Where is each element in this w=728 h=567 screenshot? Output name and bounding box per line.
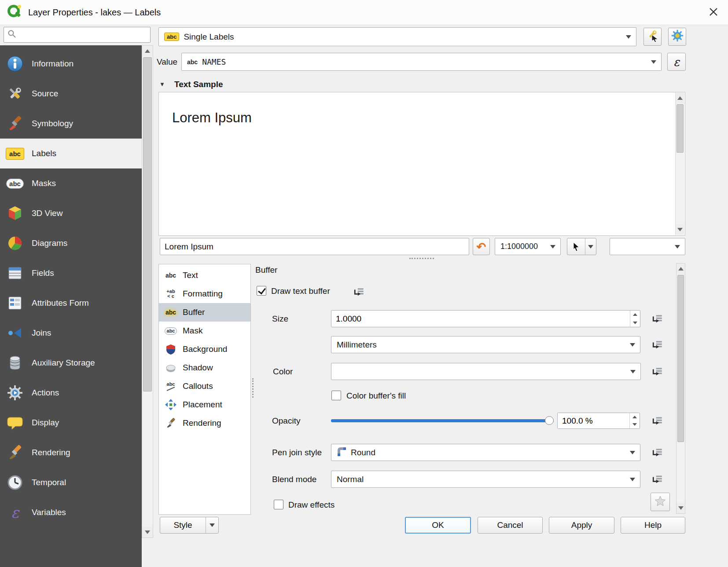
- size-spinbox[interactable]: [331, 310, 640, 327]
- preview-text: Lorem Ipsum: [172, 110, 252, 126]
- buffer-color-button[interactable]: [331, 363, 641, 380]
- buffer-panel-scrollbar[interactable]: [676, 263, 685, 514]
- value-field-combo[interactable]: abc NAMES: [181, 53, 662, 71]
- tab-placement[interactable]: Placement: [159, 395, 250, 414]
- size-label: Size: [272, 315, 288, 324]
- tab-label: Shadow: [183, 363, 213, 373]
- reset-sample-button[interactable]: ↶: [473, 238, 490, 255]
- star-icon: [654, 495, 666, 509]
- cancel-button[interactable]: Cancel: [478, 517, 543, 534]
- spin-up-button[interactable]: [630, 311, 640, 319]
- preview-scale-combo[interactable]: 1:1000000: [495, 238, 561, 255]
- sidebar-item-masks[interactable]: abc Masks: [0, 168, 142, 198]
- tab-background[interactable]: Background: [159, 340, 250, 358]
- pen-join-icon: [337, 446, 346, 458]
- text-abc-icon: abc: [163, 268, 178, 282]
- opacity-input[interactable]: [558, 413, 629, 428]
- apply-button[interactable]: Apply: [549, 517, 614, 534]
- sidebar-item-label: Joins: [32, 328, 51, 338]
- chevron-down-icon: [626, 35, 631, 39]
- size-input[interactable]: [331, 311, 629, 327]
- scrollbar-thumb[interactable]: [677, 275, 684, 442]
- opacity-slider[interactable]: [331, 416, 554, 425]
- ok-button[interactable]: OK: [405, 517, 471, 534]
- callout-icon: abc: [163, 379, 178, 393]
- tab-rendering[interactable]: Rendering: [159, 414, 250, 432]
- tab-mask[interactable]: abc Mask: [159, 322, 250, 340]
- scroll-up-arrow[interactable]: [677, 263, 685, 274]
- tab-buffer[interactable]: abc Buffer: [159, 303, 250, 322]
- sidebar-item-variables[interactable]: ε Variables: [0, 497, 142, 527]
- color-buffers-fill-checkbox[interactable]: [331, 391, 341, 400]
- sidebar-item-label: Masks: [32, 179, 56, 188]
- data-defined-override-button[interactable]: [649, 444, 666, 461]
- sidebar-item-symbology[interactable]: Symbology: [0, 109, 142, 139]
- splitter-handle-horizontal[interactable]: [409, 258, 434, 259]
- scroll-down-arrow[interactable]: [676, 224, 684, 235]
- source-icon: [5, 84, 25, 103]
- slider-handle[interactable]: [545, 416, 554, 425]
- label-settings-button[interactable]: [668, 28, 686, 46]
- scroll-up-arrow[interactable]: [676, 93, 684, 103]
- symbology-icon: [5, 114, 25, 133]
- sidebar-item-attributes-form[interactable]: Attributes Form: [0, 288, 142, 318]
- splitter-handle-vertical[interactable]: [252, 378, 254, 398]
- sidebar-item-fields[interactable]: Fields: [0, 258, 142, 288]
- sidebar-item-display[interactable]: Display: [0, 408, 142, 438]
- label-type-combo[interactable]: abc Single Labels: [158, 27, 636, 46]
- data-defined-override-button[interactable]: [350, 283, 368, 301]
- data-defined-override-button[interactable]: [649, 363, 666, 380]
- spin-down-button[interactable]: [630, 421, 640, 429]
- sidebar-item-label: Labels: [32, 149, 56, 158]
- scroll-down-arrow[interactable]: [142, 527, 153, 538]
- effects-customize-button[interactable]: [651, 493, 670, 511]
- sidebar-item-information[interactable]: Information: [0, 49, 142, 79]
- sidebar-item-actions[interactable]: Actions: [0, 378, 142, 408]
- spin-up-button[interactable]: [630, 413, 640, 421]
- help-button[interactable]: Help: [621, 517, 685, 534]
- opacity-spinbox[interactable]: [557, 413, 640, 429]
- form-icon: [5, 293, 25, 313]
- style-menu-button[interactable]: Style: [160, 517, 219, 534]
- blend-mode-combo[interactable]: Normal: [331, 471, 640, 488]
- sample-text-input[interactable]: [160, 238, 469, 255]
- sidebar-item-labels[interactable]: abc Labels: [0, 139, 142, 168]
- collapse-triangle-icon[interactable]: ▼: [159, 81, 165, 88]
- sidebar-item-auxiliary-storage[interactable]: Auxiliary Storage: [0, 348, 142, 378]
- override-icon: [353, 286, 365, 298]
- scroll-down-arrow[interactable]: [677, 503, 685, 513]
- tab-callouts[interactable]: abc Callouts: [159, 377, 250, 395]
- data-defined-override-button[interactable]: [649, 412, 666, 430]
- sidebar-item-temporal[interactable]: Temporal: [0, 468, 142, 497]
- gear-action-icon: [5, 383, 25, 402]
- tab-text[interactable]: abc Text: [159, 266, 250, 285]
- data-defined-override-button[interactable]: [649, 471, 666, 488]
- data-defined-override-button[interactable]: [649, 310, 666, 328]
- spin-down-button[interactable]: [630, 319, 640, 327]
- automated-placement-button[interactable]: [643, 28, 662, 46]
- preview-scrollbar[interactable]: [675, 93, 684, 235]
- chevron-down-icon[interactable]: [585, 245, 596, 249]
- draw-text-buffer-checkbox[interactable]: [257, 286, 266, 296]
- sidebar-scrollbar[interactable]: [142, 45, 153, 538]
- map-tool-split-button[interactable]: [567, 238, 596, 255]
- tab-shadow[interactable]: Shadow: [159, 358, 250, 377]
- expression-builder-button[interactable]: ε: [667, 53, 686, 71]
- search-input[interactable]: [19, 30, 147, 40]
- tab-formatting[interactable]: +ab < c Formatting: [159, 285, 250, 303]
- preview-background-combo[interactable]: [610, 238, 685, 255]
- draw-effects-checkbox[interactable]: [274, 500, 283, 509]
- sidebar-item-diagrams[interactable]: Diagrams: [0, 228, 142, 258]
- sidebar-item-source[interactable]: Source: [0, 79, 142, 109]
- sidebar-item-joins[interactable]: Joins: [0, 318, 142, 348]
- sidebar-item-rendering[interactable]: Rendering: [0, 438, 142, 468]
- tab-label: Placement: [183, 400, 222, 410]
- size-units-combo[interactable]: Millimeters: [331, 336, 640, 353]
- pen-join-style-combo[interactable]: Round: [331, 444, 640, 461]
- sidebar-item-3d-view[interactable]: 3D View: [0, 198, 142, 228]
- scroll-up-arrow[interactable]: [142, 46, 153, 56]
- scrollbar-thumb[interactable]: [143, 57, 152, 391]
- data-defined-override-button[interactable]: [649, 336, 666, 354]
- close-button[interactable]: [703, 4, 724, 21]
- scrollbar-thumb[interactable]: [677, 104, 684, 153]
